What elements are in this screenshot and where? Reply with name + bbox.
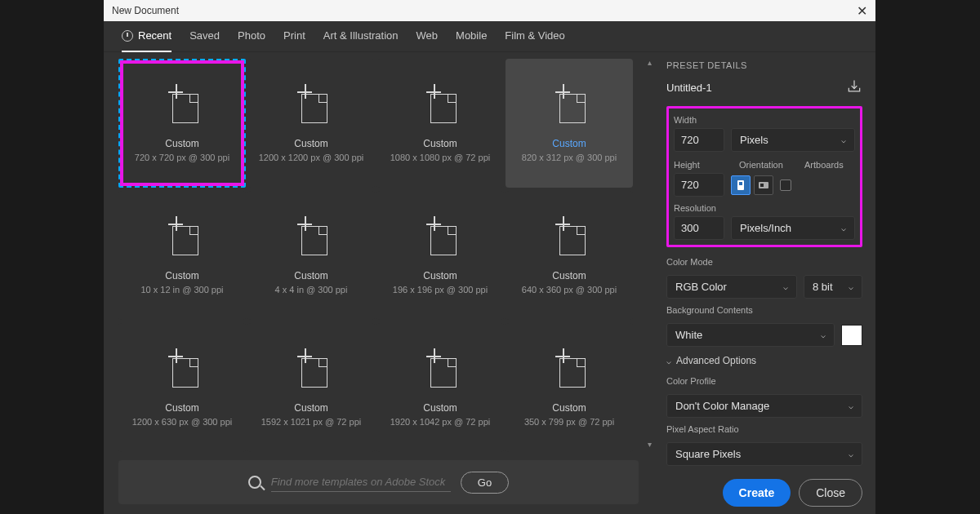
document-icon [551,216,587,255]
svg-rect-3 [760,184,764,187]
document-icon [551,348,587,388]
advanced-options-toggle[interactable]: ⌵Advanced Options [666,355,862,366]
colormode-select[interactable]: RGB Color⌵ [666,275,797,299]
save-preset-icon[interactable] [846,78,862,96]
preset-tile[interactable]: Custom4 x 4 in @ 300 ppi [247,191,375,320]
bitdepth-select[interactable]: 8 bit⌵ [804,275,862,299]
preset-tile[interactable]: Custom720 x 720 px @ 300 ppi [118,59,246,188]
preset-subtitle: 820 x 312 px @ 300 ppi [522,153,617,162]
document-icon [422,348,458,388]
resolution-label: Resolution [674,203,855,213]
preset-title: Custom [165,402,198,414]
preset-tile[interactable]: Custom640 x 360 px @ 300 ppi [506,191,633,320]
preset-title: Custom [423,138,457,149]
tab-print[interactable]: Print [283,21,305,52]
tab-film[interactable]: Film & Video [505,21,564,52]
preset-title: Custom [165,270,198,281]
width-label: Width [674,115,855,125]
tab-saved[interactable]: Saved [189,21,220,52]
width-input[interactable] [674,128,724,152]
preset-title: Custom [552,138,586,149]
preset-tile[interactable]: Custom196 x 196 px @ 300 ppi [376,191,504,320]
bg-label: Background Contents [666,305,862,315]
chevron-down-icon: ⌵ [783,282,788,291]
orientation-landscape-button[interactable] [754,175,773,195]
preset-tile[interactable]: Custom10 x 12 in @ 300 ppi [118,191,246,320]
dimensions-highlight: Width Pixels⌵ Height Orientation Artboar… [666,106,862,247]
chevron-down-icon: ⌵ [849,282,853,291]
preset-tile[interactable]: Custom1920 x 1042 px @ 72 ppi [376,323,504,452]
chevron-down-icon: ⌵ [849,450,853,459]
preset-tile[interactable]: Custom820 x 312 px @ 300 ppi [506,59,633,188]
resolution-unit-select[interactable]: Pixels/Inch⌵ [731,216,855,240]
resolution-input[interactable] [674,216,724,240]
preset-subtitle: 720 x 720 px @ 300 ppi [135,153,229,162]
aspect-label: Pixel Aspect Ratio [666,424,862,434]
tab-recent[interactable]: Recent [122,21,172,52]
height-input[interactable] [674,173,724,197]
category-tabs: Recent Saved Photo Print Art & Illustrat… [104,21,875,52]
document-icon [422,84,458,123]
document-icon [551,84,587,123]
orientation-portrait-button[interactable] [731,175,751,195]
document-icon [293,84,329,123]
document-name[interactable]: Untitled-1 [666,82,712,94]
aspect-select[interactable]: Square Pixels⌵ [666,442,862,466]
new-document-dialog: New Document ✕ Recent Saved Photo Print … [104,0,875,514]
preset-subtitle: 640 x 360 px @ 300 ppi [522,285,617,295]
preset-area: Custom720 x 720 px @ 300 ppiCustom1200 x… [104,52,653,514]
close-icon[interactable]: ✕ [857,3,867,19]
chevron-down-icon: ⌵ [849,401,853,410]
preset-title: Custom [294,138,327,149]
preset-tile[interactable]: Custom350 x 799 px @ 72 ppi [506,323,633,452]
preset-subtitle: 4 x 4 in @ 300 ppi [275,285,348,295]
close-button[interactable]: Close [799,479,862,507]
preset-subtitle: 1920 x 1042 px @ 72 ppi [390,417,490,427]
scrollbar[interactable]: ▴ ▾ [645,59,653,449]
bg-color-swatch[interactable] [841,325,862,346]
document-icon [164,84,200,123]
tab-mobile[interactable]: Mobile [456,21,487,52]
preset-tile[interactable]: Custom1592 x 1021 px @ 72 ppi [247,323,375,452]
preset-title: Custom [423,270,457,281]
document-icon [164,216,200,255]
chevron-down-icon: ⌵ [841,135,846,144]
colormode-label: Color Mode [666,257,862,267]
tab-art[interactable]: Art & Illustration [323,21,399,52]
preset-title: Custom [294,402,327,414]
document-icon [293,348,329,388]
clock-icon [122,30,133,42]
preset-title: Custom [165,138,198,149]
preset-title: Custom [552,270,586,281]
preset-tile[interactable]: Custom1080 x 1080 px @ 72 ppi [376,59,504,188]
artboards-checkbox[interactable] [780,179,791,191]
profile-label: Color Profile [666,376,862,386]
create-button[interactable]: Create [723,479,791,507]
preset-subtitle: 1592 x 1021 px @ 72 ppi [261,417,361,427]
stock-search-input[interactable] [271,472,451,492]
chevron-down-icon: ⌵ [841,224,846,233]
dialog-title: New Document [112,5,179,16]
tab-web[interactable]: Web [416,21,439,52]
go-button[interactable]: Go [461,472,509,494]
titlebar: New Document ✕ [104,0,875,21]
preset-subtitle: 1200 x 1200 px @ 300 ppi [259,153,364,162]
search-icon [248,476,261,489]
color-profile-select[interactable]: Don't Color Manage⌵ [666,394,862,418]
document-icon [422,216,458,255]
preset-details-panel: PRESET DETAILS Untitled-1 Width Pixels⌵ … [653,52,875,514]
preset-tile[interactable]: Custom1200 x 630 px @ 300 ppi [118,323,246,452]
bg-select[interactable]: White⌵ [666,323,835,347]
preset-tile[interactable]: Custom1200 x 1200 px @ 300 ppi [247,59,375,188]
preset-title: Custom [423,402,457,414]
tab-photo[interactable]: Photo [238,21,265,52]
stock-search-bar: Go [118,460,639,504]
preset-subtitle: 196 x 196 px @ 300 ppi [393,285,488,295]
preset-title: Custom [294,270,327,281]
width-unit-select[interactable]: Pixels⌵ [731,128,855,152]
svg-rect-1 [739,182,742,185]
orientation-label: Orientation [739,160,790,170]
scroll-down-icon[interactable]: ▾ [645,441,653,449]
document-icon [293,216,329,255]
scroll-up-icon[interactable]: ▴ [645,59,653,67]
